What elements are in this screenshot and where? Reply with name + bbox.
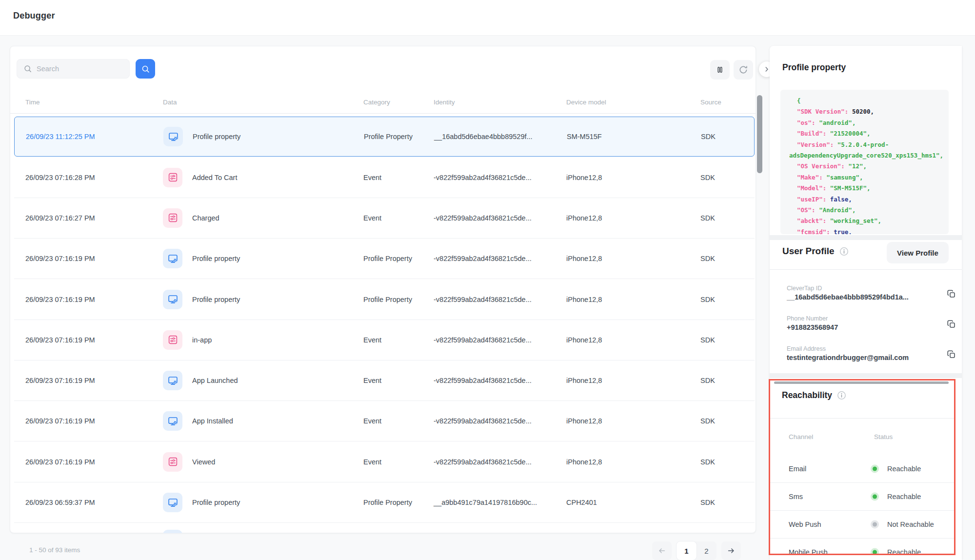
row-device-model: iPhone12,8 — [566, 296, 602, 303]
profile-field: Phone Number+918823568947 — [787, 315, 948, 331]
field-value: testintegrationdrbugger@gmail.com — [787, 354, 948, 361]
column-header: Device model — [566, 99, 606, 106]
profile-field: CleverTap ID__16abd5d6ebae4bbb89529f4bd1… — [787, 285, 948, 301]
event-payload-json: {"SDK Version": 50200,"os": "android","B… — [780, 90, 949, 234]
chevron-right-icon — [763, 66, 770, 73]
table-row[interactable]: 26/09/23 07:16:28 PM Added To Cart Event… — [14, 158, 755, 198]
row-device-model: iPhone12,8 — [566, 214, 602, 222]
row-category: Event — [363, 174, 381, 181]
search-icon — [23, 64, 32, 73]
page-button-1[interactable]: 1 — [677, 541, 696, 560]
row-data-label: Charged — [192, 214, 219, 222]
row-data-label: App Launched — [192, 377, 238, 384]
field-label: Email Address — [787, 345, 948, 352]
channel-label: Web Push — [789, 520, 821, 528]
table-row[interactable]: 26/09/23 07:16:19 PM Viewed Event -v822f… — [14, 442, 755, 482]
row-category: Event — [363, 336, 381, 344]
refresh-icon — [738, 65, 748, 75]
row-category: Profile Property — [363, 499, 412, 506]
row-data-label: Added To Cart — [192, 174, 237, 181]
row-category: Event — [363, 417, 381, 425]
reachable-status-icon — [871, 465, 879, 473]
table-row[interactable]: 26/09/23 07:16:19 PM Profile property Pr… — [14, 239, 755, 279]
table-scrollbar[interactable] — [757, 95, 762, 173]
row-identity: __a9bb491c79a14197816b90c... — [434, 499, 537, 506]
row-device-model: iPhone12,8 — [566, 377, 602, 384]
profile-property-icon — [163, 411, 182, 431]
refresh-button[interactable] — [734, 60, 753, 80]
table-row[interactable]: 26/09/23 07:16:19 PM Profile property Pr… — [14, 280, 755, 320]
table-row[interactable]: 26/09/23 07:16:19 PM App Launched Event … — [14, 360, 755, 401]
table-body: 26/09/23 11:12:25 PM Profile property Pr… — [10, 114, 756, 533]
reachability-highlight-box: Reachability Channel Status EmailReachab… — [769, 379, 955, 555]
profile-field: Email Addresstestintegrationdrbugger@gma… — [787, 345, 948, 361]
channel-label: Sms — [789, 493, 803, 500]
row-category: Profile Property — [363, 296, 412, 303]
table-row[interactable]: 26/09/23 06:59:37 PM Profile property Pr… — [14, 482, 755, 523]
row-time: 26/09/23 11:12:25 PM — [26, 133, 95, 140]
not-reachable-status-icon — [871, 520, 879, 529]
row-source: SDK — [700, 296, 715, 303]
table-row[interactable]: 26/09/23 07:16:19 PM App Installed Event… — [14, 401, 755, 441]
row-identity: -v822f599ab2ad4f36821c5de... — [434, 214, 532, 222]
row-device-model: iPhone12,8 — [566, 458, 602, 466]
row-identity: -v822f599ab2ad4f36821c5de... — [434, 336, 532, 344]
row-identity: -v822f599ab2ad4f36821c5de... — [434, 458, 532, 466]
row-identity: -v822f599ab2ad4f36821c5de... — [434, 377, 532, 384]
column-header: Category — [363, 99, 390, 106]
table-row[interactable]: 26/09/23 07:16:27 PM Charged Event -v822… — [14, 198, 755, 239]
row-time: 26/09/23 07:16:19 PM — [25, 336, 95, 344]
reachability-title: Reachability — [782, 390, 832, 400]
prev-page-button[interactable] — [652, 541, 672, 560]
row-device-model: iPhone12,8 — [566, 336, 602, 344]
profile-property-icon — [163, 371, 182, 390]
row-time: 26/09/23 07:16:19 PM — [25, 417, 95, 425]
page-button-2[interactable]: 2 — [696, 541, 716, 560]
row-data-label: App Installed — [192, 417, 233, 425]
search-button[interactable] — [136, 59, 155, 79]
column-header: Identity — [434, 99, 455, 106]
copy-icon[interactable] — [946, 349, 956, 360]
row-device-model: iPhone12,8 — [566, 174, 602, 181]
reachability-row: Web PushNot Reachable — [770, 511, 954, 539]
copy-icon[interactable] — [946, 319, 956, 329]
row-source: SDK — [700, 214, 715, 222]
row-data-label: Viewed — [192, 458, 215, 466]
info-icon[interactable] — [837, 391, 846, 400]
row-time: 26/09/23 06:59:37 PM — [25, 499, 95, 506]
row-identity: -v822f599ab2ad4f36821c5de... — [434, 255, 532, 262]
items-count: 1 - 50 of 93 items — [29, 546, 80, 554]
event-icon — [163, 208, 182, 228]
column-header: Time — [25, 99, 40, 106]
row-time: 26/09/23 07:16:19 PM — [25, 377, 95, 384]
row-identity: __16abd5d6ebae4bbb89529f... — [434, 133, 533, 140]
search-input[interactable]: Search — [17, 59, 130, 79]
row-time: 26/09/23 07:16:19 PM — [25, 458, 95, 466]
row-identity: -v822f599ab2ad4f36821c5de... — [434, 296, 532, 303]
row-source: SDK — [700, 336, 715, 344]
reachability-row: SmsReachable — [770, 483, 954, 511]
debugger-table-card: Search TimeDataCategoryIdentityDevice mo… — [10, 46, 756, 533]
table-row[interactable]: 26/09/23 07:16:19 PM in-app Event -v822f… — [14, 320, 755, 360]
event-icon — [163, 452, 182, 472]
page-title: Debugger — [13, 11, 55, 21]
event-icon — [163, 330, 182, 350]
copy-icon[interactable] — [946, 289, 956, 299]
pause-stream-button[interactable] — [710, 60, 730, 80]
next-page-button[interactable] — [721, 541, 741, 560]
row-data-label: Profile property — [193, 133, 240, 140]
row-time: 26/09/23 07:16:28 PM — [25, 174, 95, 181]
reachable-status-icon — [871, 493, 879, 501]
info-icon[interactable] — [839, 247, 849, 256]
user-profile-title: User Profile — [782, 246, 835, 257]
horizontal-scrollbar[interactable] — [774, 381, 949, 384]
divider — [770, 418, 954, 419]
pagination: 12 — [652, 541, 741, 560]
column-header: Data — [163, 99, 177, 106]
view-profile-button[interactable]: View Profile — [887, 242, 949, 263]
profile-property-icon — [163, 493, 182, 512]
status-label: Reachable — [887, 548, 921, 554]
table-row[interactable]: 26/09/23 11:12:25 PM Profile property Pr… — [14, 117, 755, 157]
status-label: Reachable — [887, 493, 921, 500]
search-icon-white — [141, 64, 150, 74]
